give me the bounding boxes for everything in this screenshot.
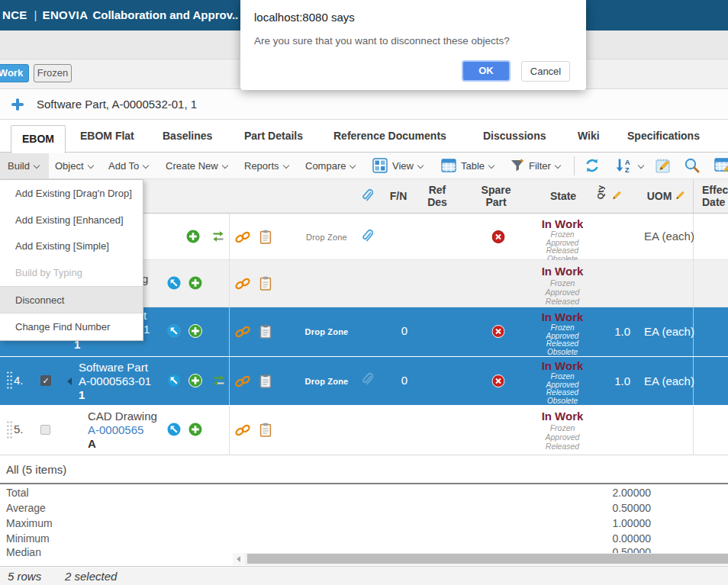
view-menu-button[interactable]: View [392,153,423,179]
menu-item-add-existing-enhanced[interactable]: Add Existing [Enhanced] [0,207,143,233]
object-menu-button[interactable]: Object [55,153,93,179]
add-child-icon[interactable] [188,324,202,341]
navigate-icon[interactable] [167,276,181,293]
attachment-column-paperclip-icon[interactable] [361,188,373,206]
uom-edit-pencil-icon[interactable] [675,191,685,203]
attachment-paperclip-icon[interactable] [361,372,373,391]
connect-link-icon[interactable] [234,231,251,246]
drag-handle[interactable] [6,371,13,391]
navigate-icon[interactable] [167,374,181,391]
filter-icon[interactable] [510,158,525,176]
view-icon[interactable] [372,158,388,176]
title-separator: | [34,8,37,21]
object-name-fragment: 1 [143,323,150,336]
cancel-button[interactable]: Cancel [521,61,570,82]
table-menu-button[interactable]: Table [461,153,494,179]
table-row-selected[interactable]: 4. ✓ Software Part A-0000563-01 1 Drop Z… [0,357,728,406]
filter-menu-button[interactable]: Filter [529,153,560,179]
column-header-spare-part[interactable]: SparePart [482,184,511,208]
status-bar: 5 rows 2 selected [0,566,728,585]
drop-zone[interactable]: Drop Zone [305,377,349,386]
add-child-icon[interactable] [188,423,202,439]
tab-reference-documents[interactable]: Reference Documents [333,120,446,153]
menu-item-add-existing-dragndrop[interactable]: Add Existing [Drag'n Drop] [0,180,143,207]
no-spare-part-icon[interactable] [492,374,505,391]
selected-count: 2 selected [65,567,117,585]
stat-label: Average [6,502,46,514]
menu-item-change-find-number[interactable]: Change Find Number [0,313,143,340]
connect-link-icon[interactable] [234,326,251,341]
sort-az-icon[interactable]: AZ [614,157,643,177]
app-title: Collaboration and Approv.. [92,8,238,21]
no-spare-part-icon[interactable] [492,325,505,341]
reports-menu-button[interactable]: Reports [244,153,288,179]
connect-link-icon[interactable] [234,375,251,391]
frozen-view-button[interactable]: Frozen [34,64,72,82]
add-to-menu-button[interactable]: Add To [108,153,148,179]
tab-wiki[interactable]: Wiki [578,120,600,153]
horizontal-scrollbar-thumb[interactable] [247,554,728,564]
collapse-triangle-icon[interactable] [67,378,72,385]
chevron-down-icon [87,162,93,169]
menu-item-add-existing-simple[interactable]: Add Existing [Simple] [0,233,143,259]
drop-zone[interactable]: Drop Zone [305,327,349,336]
row-checkbox-checked[interactable]: ✓ [40,375,51,386]
navigate-icon[interactable] [167,423,181,439]
edit-icon[interactable] [655,157,672,177]
clipboard-icon[interactable] [260,324,272,342]
clipboard-icon[interactable] [260,423,272,440]
tab-baselines[interactable]: Baselines [163,120,212,153]
left-arrow-icon [237,556,240,562]
drop-zone[interactable]: Drop Zone [306,233,347,242]
column-header-qty[interactable]: Qty [596,185,605,199]
column-divider [229,307,230,356]
tab-discussions[interactable]: Discussions [483,120,546,153]
connect-link-icon[interactable] [234,278,251,293]
refresh-icon[interactable] [584,157,601,177]
add-child-icon[interactable] [188,374,202,391]
build-menu-button[interactable]: Build [8,153,39,179]
work-view-button[interactable]: Work [0,64,29,82]
replace-icon[interactable] [211,230,225,246]
column-header-state[interactable]: State [550,179,576,214]
column-header-ref-des[interactable]: RefDes [427,184,447,208]
qty-edit-pencil-icon[interactable] [612,191,622,203]
object-revision: A [88,437,157,451]
compare-menu-button[interactable]: Compare [305,153,355,179]
add-child-icon[interactable] [188,276,202,293]
tab-ebom-flat[interactable]: EBOM Flat [80,120,134,153]
search-icon[interactable] [684,157,701,177]
column-divider [229,406,230,455]
no-spare-part-icon[interactable] [492,230,505,246]
drag-handle[interactable] [6,420,13,440]
column-divider [229,357,230,405]
table-edit-icon[interactable] [714,157,728,177]
object-id-link[interactable]: A-0000565 [88,423,157,437]
attachment-paperclip-icon[interactable] [361,229,373,247]
connect-link-icon[interactable] [234,424,251,439]
ok-button[interactable]: OK [462,60,511,82]
browser-confirm-dialog: localhost:8080 says Are you sure that yo… [240,0,586,90]
expand-plus-icon[interactable] [11,98,24,111]
tab-specifications[interactable]: Specifications [627,120,700,153]
clipboard-icon[interactable] [260,230,272,247]
object-name-cell[interactable]: CAD Drawing A-0000565 A [88,410,157,451]
column-header-uom[interactable]: UOM [647,179,672,214]
menu-item-disconnect[interactable]: Disconnect [0,286,143,314]
replace-icon[interactable] [212,374,226,390]
summary-divider [0,483,728,484]
scrollbar-left-arrow[interactable] [233,553,245,565]
table-row[interactable]: 5. CAD Drawing A-0000565 A In Work Froze… [0,406,728,455]
row-checkbox-unchecked[interactable] [40,425,50,435]
tab-part-details[interactable]: Part Details [244,120,303,153]
create-new-menu-button[interactable]: Create New [166,153,227,179]
table-icon[interactable] [441,158,456,176]
navigate-icon[interactable] [167,324,181,341]
add-child-icon[interactable] [186,230,200,246]
clipboard-icon[interactable] [260,276,272,294]
clipboard-icon[interactable] [260,374,272,391]
column-header-effectivity[interactable]: EffectiveDate [702,184,728,208]
tab-ebom[interactable]: EBOM [11,125,66,153]
column-header-fn[interactable]: F/N [390,179,407,214]
object-name-cell[interactable]: Software Part A-0000563-01 1 [79,361,151,402]
